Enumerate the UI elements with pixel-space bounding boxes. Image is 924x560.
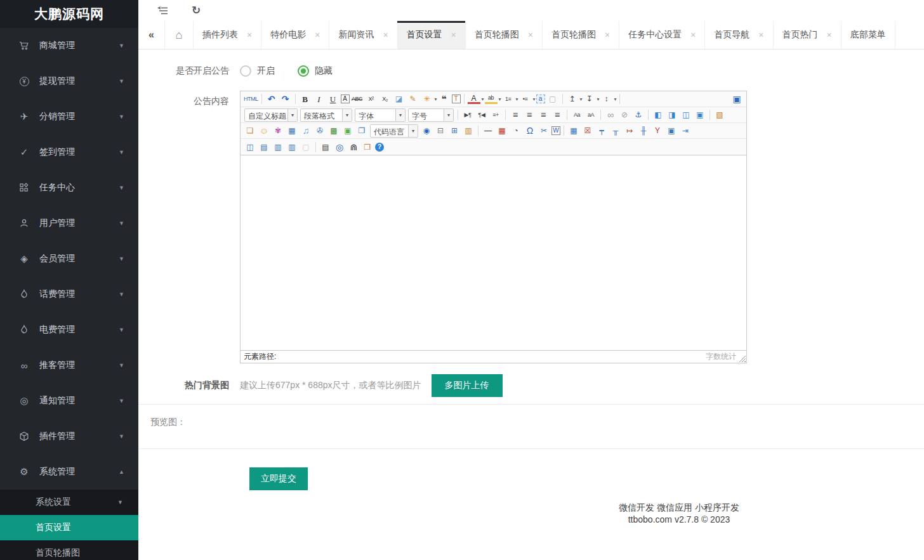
link-button[interactable]: ∞	[604, 108, 617, 121]
insert-col-button[interactable]: ╫	[637, 124, 650, 137]
sidebar-item[interactable]: 话费管理▼	[0, 277, 138, 312]
chevron-down-icon[interactable]: ▾	[408, 125, 418, 137]
insert-image-button[interactable]: ▧	[713, 108, 726, 121]
underline-button[interactable]: U	[327, 93, 340, 105]
special-chars-button[interactable]: Ω	[524, 124, 536, 137]
editor-content-area[interactable]	[241, 155, 746, 350]
background-color-button[interactable]: ⊞	[448, 124, 461, 137]
table-title-button[interactable]: ┯	[595, 124, 608, 137]
delete-row-button[interactable]: ▥	[272, 141, 284, 153]
sidebar-item[interactable]: 插件管理▼	[0, 419, 138, 454]
highlight-color-button[interactable]: ab	[485, 94, 498, 104]
to-lowercase-button[interactable]: aA	[584, 108, 597, 121]
blockquote-button[interactable]: ❝	[438, 93, 451, 105]
row-spacing-bottom-button[interactable]: ↧	[583, 93, 596, 105]
chevron-down-icon[interactable]: ▾	[444, 109, 453, 121]
font-border-button[interactable]: A	[341, 94, 350, 103]
radio-hide[interactable]: 隐藏	[298, 65, 333, 77]
chevron-down-icon[interactable]: ▾	[614, 96, 617, 102]
sidebar-item[interactable]: ¥提现管理▼	[0, 63, 138, 99]
tab-特价电影[interactable]: 特价电影×	[261, 21, 329, 49]
doc-disabled-button[interactable]: ▢	[300, 141, 312, 153]
snap-screen-button[interactable]: ✂	[538, 124, 550, 137]
attachment-button[interactable]: ✇	[314, 124, 326, 137]
insert-video-button[interactable]: ▦	[286, 124, 298, 137]
refresh-icon[interactable]: ↻	[192, 4, 201, 17]
remove-format-button[interactable]: ◪	[393, 93, 406, 105]
superscript-button[interactable]: X²	[365, 93, 378, 105]
tab-底部菜单[interactable]: 底部菜单	[842, 21, 895, 49]
close-icon[interactable]: ×	[528, 30, 533, 40]
auto-typeset-button[interactable]: ✳	[421, 93, 433, 105]
close-icon[interactable]: ×	[605, 30, 610, 40]
home-tab-icon[interactable]: ⌂	[165, 21, 194, 49]
insert-code-button[interactable]: ◉	[420, 124, 433, 137]
tab-插件列表[interactable]: 插件列表×	[194, 21, 261, 49]
close-icon[interactable]: ×	[451, 30, 456, 40]
sidebar-subitem[interactable]: 首页设置	[0, 515, 138, 540]
insert-music-button[interactable]: ♫	[300, 124, 312, 137]
chevron-down-icon[interactable]: ▾	[342, 109, 352, 121]
close-icon[interactable]: ×	[315, 30, 320, 40]
font-color-button[interactable]: A	[468, 94, 480, 104]
chevron-down-icon[interactable]: ▾	[597, 96, 600, 102]
select-all-button[interactable]: a	[536, 94, 545, 103]
italic-button[interactable]: I	[313, 93, 326, 105]
to-uppercase-button[interactable]: Aa	[571, 108, 583, 121]
font-size-select[interactable]: 字号▾	[408, 108, 454, 122]
help-button[interactable]: ?	[375, 143, 384, 152]
tab-首页热门[interactable]: 首页热门×	[774, 21, 842, 49]
radio-hide-circle[interactable]	[298, 65, 309, 77]
tabs-scroll-left-icon[interactable]: «	[138, 21, 165, 49]
google-map-button[interactable]: ▣	[341, 124, 354, 137]
delete-col-button[interactable]: ▥	[286, 141, 298, 153]
sidebar-subitem[interactable]: 系统设置▼	[0, 490, 138, 515]
preview-button[interactable]: ◎	[333, 141, 346, 153]
insert-date-button[interactable]: ▦	[496, 124, 508, 137]
chevron-down-icon[interactable]: ▾	[533, 96, 536, 102]
direction-rtl-button[interactable]: ¶◀	[475, 108, 488, 121]
format-brush-button[interactable]: ✎	[407, 93, 419, 105]
code-language-select[interactable]: 代码语言▾	[370, 124, 418, 138]
image-block-button[interactable]: ▣	[694, 108, 706, 121]
sidebar-item[interactable]: ✈分销管理▼	[0, 99, 138, 134]
insert-time-button[interactable]: ◔	[510, 124, 522, 137]
row-spacing-top-button[interactable]: ↥	[566, 93, 579, 105]
chevron-down-icon[interactable]: ▾	[499, 96, 501, 102]
chevron-down-icon[interactable]: ▾	[435, 96, 437, 102]
fullscreen-button[interactable]: ▣	[730, 93, 743, 105]
chevron-down-icon[interactable]: ▾	[287, 109, 297, 121]
multi-image-upload-button[interactable]: 多图片上传	[432, 374, 503, 397]
tab-任务中心设置[interactable]: 任务中心设置×	[619, 21, 705, 49]
multi-image-button[interactable]: ❏	[244, 124, 256, 137]
sidebar-item[interactable]: 商城管理▼	[0, 28, 138, 63]
scrawl-button[interactable]: ✾	[272, 124, 284, 137]
unordered-list-button[interactable]: •≡	[519, 93, 532, 105]
chevron-down-icon[interactable]: ▾	[580, 96, 583, 102]
sidebar-item[interactable]: 电费管理▼	[0, 312, 138, 348]
close-icon[interactable]: ×	[827, 30, 832, 40]
sidebar-item[interactable]: 用户管理▼	[0, 205, 138, 241]
chevron-down-icon[interactable]: ▾	[395, 109, 405, 121]
sidebar-item[interactable]: ◎通知管理▼	[0, 383, 138, 419]
image-inline-button[interactable]: ◧	[652, 108, 664, 121]
page-break-button[interactable]: ⊟	[434, 124, 447, 137]
sidebar-item[interactable]: ⚙系统管理▲	[0, 454, 138, 490]
sidebar-item[interactable]: 任务中心▼	[0, 170, 138, 205]
tab-首页轮播图[interactable]: 首页轮播图×	[543, 21, 619, 49]
image-transfer-button[interactable]: ▥	[462, 124, 475, 137]
tab-新闻资讯[interactable]: 新闻资讯×	[329, 21, 397, 49]
horizontal-rule-button[interactable]: —	[482, 124, 494, 137]
close-icon[interactable]: ×	[758, 30, 763, 40]
sidebar-subitem[interactable]: 首页轮播图	[0, 540, 138, 560]
paste-text-button[interactable]: T	[452, 94, 461, 103]
tab-首页导航[interactable]: 首页导航×	[705, 21, 773, 49]
insert-row-below-button[interactable]: ◫	[244, 141, 256, 153]
radio-open[interactable]: 开启	[240, 65, 275, 77]
anchor-button[interactable]: ⚓	[632, 108, 645, 121]
split-cells-button[interactable]: Y	[651, 124, 664, 137]
undo-button[interactable]: ↶	[265, 93, 278, 105]
close-icon[interactable]: ×	[383, 30, 388, 40]
merge-cells-button[interactable]: ▣	[665, 124, 678, 137]
align-left-button[interactable]: ≡	[509, 108, 522, 121]
